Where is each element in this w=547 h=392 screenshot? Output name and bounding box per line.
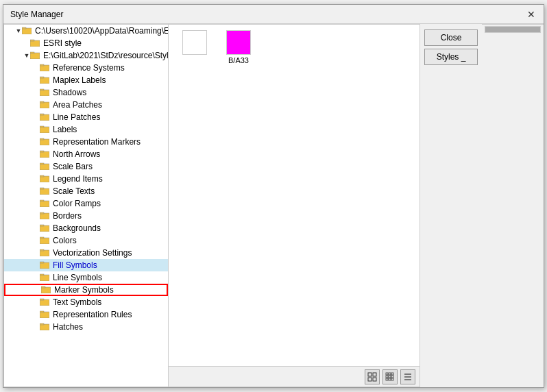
- tree-item-backgrounds[interactable]: ▶ Backgrounds: [4, 222, 168, 234]
- tree-item-path1[interactable]: ▼ C:\Users\10020\AppData\Roaming\E...: [4, 25, 168, 37]
- tree-item-reprules[interactable]: ▶ Representation Rules: [4, 308, 168, 321]
- tree-item-maplex[interactable]: ▶ Maplex Labels: [4, 74, 168, 86]
- svg-rect-1: [22, 27, 26, 29]
- tree-item-linesymbols[interactable]: ▶ Line Symbols: [4, 271, 168, 284]
- tree-item-textsymbols[interactable]: ▶ Text Symbols: [4, 296, 168, 308]
- tree-item-labels[interactable]: ▶ Labels: [4, 123, 168, 136]
- tree-label-repmarkers: Representation Markers: [53, 137, 141, 147]
- folder-icon-scaletexts: [40, 186, 51, 196]
- tree-item-hatches[interactable]: ▶ Hatches: [4, 321, 168, 333]
- style-manager-dialog: Style Manager ✕ ▼ C:\Users\10020\AppData…: [3, 4, 544, 388]
- folder-icon-linesymbols: [40, 273, 51, 282]
- svg-rect-22: [40, 164, 49, 170]
- folder-icon-maplex: [40, 75, 51, 85]
- view-large-grid-button[interactable]: [365, 369, 380, 384]
- tree-item-area[interactable]: ▶ Area Patches: [4, 99, 168, 111]
- action-buttons-panel: Close Styles _: [420, 24, 482, 387]
- tree-label-ref: Reference Systems: [53, 63, 125, 73]
- tree-label-hatches: Hatches: [53, 322, 83, 332]
- tree-label-path1: C:\Users\10020\AppData\Roaming\E...: [35, 26, 168, 36]
- tree-item-fillsymbols[interactable]: ▶ Fill Symbols: [4, 259, 168, 271]
- svg-rect-0: [22, 28, 32, 34]
- scrollbar-thumb[interactable]: [485, 27, 540, 32]
- folder-icon-scalebars: [40, 162, 51, 171]
- svg-rect-52: [368, 378, 372, 381]
- tree-label-shadows: Shadows: [53, 88, 86, 97]
- tree-label-textsymbols: Text Symbols: [53, 297, 101, 307]
- svg-rect-41: [40, 274, 44, 275]
- svg-rect-17: [40, 126, 44, 127]
- bottom-toolbar: [169, 366, 420, 387]
- tree-item-northarrows[interactable]: ▶ North Arrows: [4, 148, 168, 160]
- svg-rect-57: [386, 376, 388, 378]
- svg-rect-27: [40, 188, 44, 189]
- svg-rect-30: [40, 213, 49, 219]
- right-panel: B/A33: [168, 24, 420, 387]
- tree-item-line[interactable]: ▶ Line Patches: [4, 111, 168, 123]
- tree-label-maplex: Maplex Labels: [53, 75, 106, 85]
- svg-rect-35: [40, 237, 44, 238]
- tree-item-repmarkers[interactable]: ▶ Representation Markers: [4, 136, 168, 148]
- tree-item-esri[interactable]: ▶ ESRI style: [4, 37, 168, 49]
- svg-rect-3: [30, 40, 34, 41]
- svg-rect-14: [40, 114, 49, 121]
- folder-icon-path2: [30, 51, 41, 60]
- expand-icon-path1: ▼: [15, 27, 22, 34]
- tree-item-path2[interactable]: ▼ E:\GitLab\2021\StDz\resource\Styles...: [4, 49, 168, 62]
- svg-rect-59: [391, 376, 393, 378]
- expand-icon-path2: ▼: [23, 52, 30, 59]
- tree-item-colorramps[interactable]: ▶ Color Ramps: [4, 197, 168, 210]
- svg-rect-19: [40, 138, 44, 140]
- svg-rect-15: [40, 114, 44, 115]
- styles-button[interactable]: Styles _: [424, 49, 478, 65]
- svg-rect-58: [389, 376, 391, 378]
- title-bar: Style Manager ✕: [3, 5, 544, 24]
- svg-rect-36: [40, 250, 49, 256]
- close-button[interactable]: Close: [424, 29, 478, 46]
- svg-rect-25: [40, 175, 44, 177]
- horizontal-scrollbar[interactable]: [482, 24, 544, 34]
- svg-rect-28: [40, 201, 49, 207]
- view-list-button[interactable]: [400, 369, 415, 384]
- tree-item-scaletexts[interactable]: ▶ Scale Texts: [4, 185, 168, 197]
- svg-rect-6: [40, 65, 49, 71]
- tree-label-backgrounds: Backgrounds: [53, 223, 101, 233]
- folder-icon-hatches: [40, 322, 51, 332]
- svg-rect-45: [40, 299, 44, 300]
- tree-item-markersymbols[interactable]: ▶ Marker Symbols: [4, 284, 168, 296]
- tree-label-linesymbols: Line Symbols: [53, 273, 102, 282]
- top-area: ▼ C:\Users\10020\AppData\Roaming\E... ▶ …: [3, 24, 482, 387]
- tree-item-scalebars[interactable]: ▶ Scale Bars: [4, 160, 168, 173]
- view-small-grid-button[interactable]: [382, 369, 398, 384]
- folder-icon-labels: [40, 125, 51, 134]
- tree-item-legenditems[interactable]: ▶ Legend Items: [4, 173, 168, 185]
- tree-item-ref[interactable]: ▶ Reference Systems: [4, 62, 168, 74]
- svg-rect-38: [40, 262, 49, 269]
- symbol-item-ba33[interactable]: B/A33: [218, 30, 259, 64]
- tree-item-borders[interactable]: ▶ Borders: [4, 210, 168, 222]
- window-close-button[interactable]: ✕: [526, 9, 537, 20]
- tree-label-line: Line Patches: [53, 112, 100, 122]
- symbol-item-empty[interactable]: [174, 30, 215, 64]
- svg-rect-5: [30, 52, 34, 53]
- svg-rect-8: [40, 77, 49, 84]
- tree-item-colors[interactable]: ▶ Colors: [4, 234, 168, 247]
- svg-rect-55: [389, 373, 391, 375]
- tree-label-colors: Colors: [53, 236, 77, 245]
- folder-icon-reprules: [40, 310, 51, 319]
- tree-label-vectsettings: Vectorization Settings: [53, 248, 132, 258]
- tree-item-shadows[interactable]: ▶ Shadows: [4, 86, 168, 99]
- svg-rect-51: [373, 373, 376, 376]
- tree-label-labels: Labels: [53, 125, 77, 134]
- main-content: ▼ C:\Users\10020\AppData\Roaming\E... ▶ …: [3, 24, 544, 387]
- svg-rect-46: [40, 312, 49, 318]
- scrollbar-track: [485, 26, 541, 33]
- tree-item-vectsettings[interactable]: ▶ Vectorization Settings: [4, 247, 168, 259]
- folder-icon-vectsettings: [40, 248, 51, 258]
- svg-rect-24: [40, 176, 49, 182]
- folder-icon-colors: [40, 236, 51, 245]
- svg-rect-11: [40, 89, 44, 90]
- folder-icon-shadows: [40, 88, 51, 97]
- symbol-label-ba33: B/A33: [228, 56, 249, 64]
- svg-rect-47: [40, 311, 44, 313]
